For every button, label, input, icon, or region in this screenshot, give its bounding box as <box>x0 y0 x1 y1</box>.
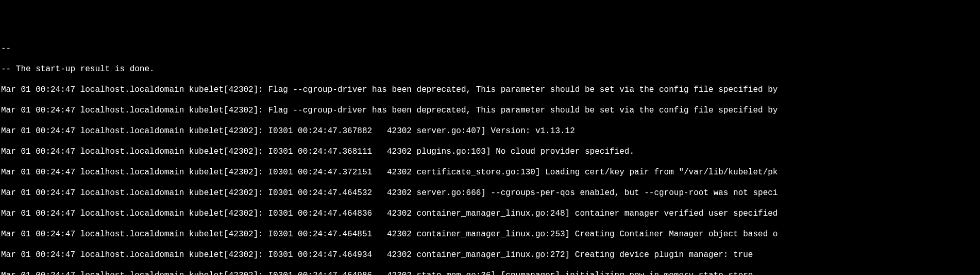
log-line: Mar 01 00:24:47 localhost.localdomain ku… <box>1 250 979 260</box>
log-line: Mar 01 00:24:47 localhost.localdomain ku… <box>1 126 979 136</box>
log-line: Mar 01 00:24:47 localhost.localdomain ku… <box>1 167 979 177</box>
log-line: Mar 01 00:24:47 localhost.localdomain ku… <box>1 188 979 198</box>
log-line: Mar 01 00:24:47 localhost.localdomain ku… <box>1 229 979 239</box>
log-line: Mar 01 00:24:47 localhost.localdomain ku… <box>1 208 979 219</box>
log-dash-line: -- <box>1 43 979 54</box>
log-line: Mar 01 00:24:47 localhost.localdomain ku… <box>1 85 979 95</box>
log-line: Mar 01 00:24:47 localhost.localdomain ku… <box>1 270 979 275</box>
log-line: Mar 01 00:24:47 localhost.localdomain ku… <box>1 105 979 116</box>
log-startup-message: -- The start-up result is done. <box>1 64 979 74</box>
log-line: Mar 01 00:24:47 localhost.localdomain ku… <box>1 147 979 157</box>
